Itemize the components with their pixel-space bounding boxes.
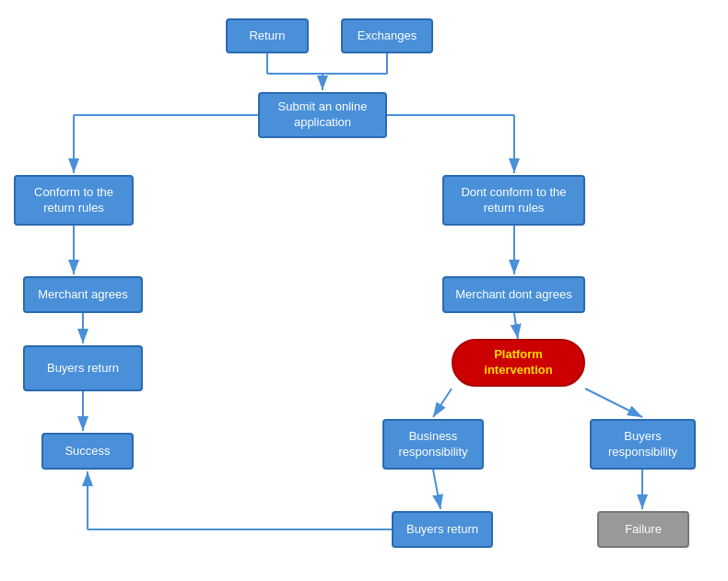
buyers-return-left-node: Buyers return	[23, 345, 143, 391]
return-node: Return	[226, 18, 309, 53]
exchanges-node: Exchanges	[341, 18, 433, 53]
svg-line-15	[585, 389, 642, 417]
merchant-agrees-node: Merchant agrees	[23, 276, 143, 313]
svg-line-12	[514, 313, 518, 339]
submit-node: Submit an online application	[258, 92, 387, 138]
flowchart-diagram: Return Exchanges Submit an online applic…	[0, 0, 728, 581]
svg-line-16	[433, 470, 440, 509]
buyers-return-mid-node: Buyers return	[392, 511, 493, 548]
buyers-resp-node: Buyers responsibility	[590, 419, 696, 470]
platform-node: Platform intervention	[452, 339, 585, 387]
success-node: Success	[41, 433, 134, 470]
dont-conform-node: Dont conform to the return rules	[442, 175, 585, 226]
failure-node: Failure	[597, 511, 689, 548]
business-resp-node: Business responsibility	[382, 419, 484, 470]
merchant-dont-node: Merchant dont agrees	[442, 276, 585, 313]
svg-line-14	[433, 389, 452, 417]
conform-node: Conform to the return rules	[14, 175, 134, 226]
